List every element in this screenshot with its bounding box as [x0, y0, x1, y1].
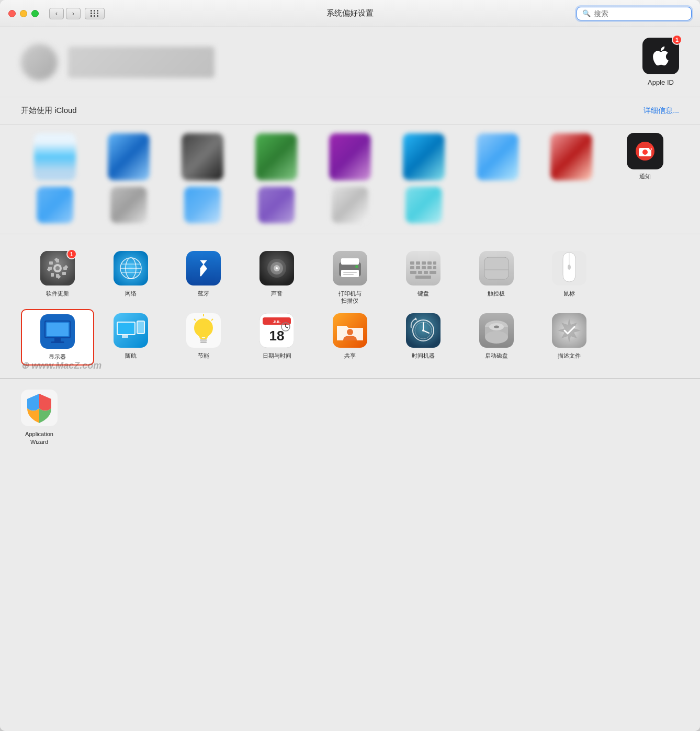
maximize-button[interactable] — [31, 10, 39, 17]
setting-software-update[interactable]: 1 软件更新 — [21, 247, 94, 309]
notification-app[interactable]: 1 通知 — [612, 133, 679, 180]
back-icon: ‹ — [55, 9, 58, 17]
profiles-icon — [552, 313, 586, 348]
svg-rect-41 — [422, 261, 426, 265]
icloud-section: 开始使用 iCloud 详细信息... — [0, 97, 700, 124]
icloud-app-3[interactable] — [168, 133, 236, 180]
settings-grid-row1: 1 软件更新 — [21, 247, 679, 309]
icloud-app-4[interactable] — [242, 133, 310, 180]
svg-rect-45 — [416, 266, 420, 269]
row2-empty — [606, 309, 679, 366]
apple-id-right: 1 Apple ID — [642, 38, 679, 86]
setting-network[interactable]: 网络 — [94, 247, 167, 309]
svg-rect-71 — [138, 322, 144, 333]
energy-label: 节能 — [198, 352, 209, 359]
svg-rect-44 — [410, 266, 414, 269]
network-icon — [114, 251, 148, 285]
icloud-detail-link[interactable]: 详细信息... — [643, 106, 679, 116]
svg-rect-50 — [418, 271, 422, 274]
empty-slot-3 — [612, 187, 679, 223]
svg-rect-53 — [415, 276, 431, 279]
svg-point-37 — [355, 265, 358, 268]
icloud-app-r2-3[interactable] — [168, 187, 236, 223]
setting-timemachine[interactable]: 时间机器 — [387, 309, 460, 366]
row1-empty — [606, 247, 679, 309]
setting-printer[interactable]: 打印机与 扫描仪 — [313, 247, 387, 309]
setting-energy[interactable]: 节能 — [167, 309, 241, 366]
svg-rect-51 — [424, 271, 428, 274]
user-info-blurred — [68, 47, 214, 78]
settings-grid-row2: 显示器 — [21, 309, 679, 366]
datetime-icon: JUL 18 — [259, 313, 294, 348]
timemachine-icon — [406, 313, 441, 348]
svg-rect-42 — [427, 261, 432, 265]
icloud-app-r2-4[interactable] — [242, 187, 310, 223]
setting-datetime[interactable]: JUL 18 日期与时间 — [240, 309, 313, 366]
svg-rect-33 — [341, 270, 359, 277]
energy-icon — [186, 313, 221, 348]
apple-id-section: ⊕ www.MacZ.com 1 Apple ID — [0, 27, 700, 97]
setting-sound[interactable]: 声音 — [240, 247, 313, 309]
app-wizard-item[interactable]: ApplicationWizard — [21, 390, 58, 447]
icloud-app-r2-2[interactable] — [95, 187, 162, 223]
software-update-icon: 1 — [40, 251, 75, 285]
forward-button[interactable]: › — [66, 8, 81, 19]
icloud-app-7[interactable] — [464, 133, 532, 180]
icloud-app-8[interactable] — [538, 133, 605, 180]
setting-sidecar[interactable]: 随航 — [94, 309, 167, 366]
software-update-label: 软件更新 — [46, 290, 69, 297]
setting-mouse[interactable]: 鼠标 — [533, 247, 606, 309]
icloud-app-2[interactable] — [95, 133, 162, 180]
icloud-apps-section: 1 通知 — [0, 124, 700, 234]
traffic-lights — [8, 10, 39, 17]
svg-rect-39 — [410, 261, 414, 265]
icloud-app-r2-6[interactable] — [390, 187, 458, 223]
setting-sharing[interactable]: 共享 — [313, 309, 387, 366]
notification-label: 通知 — [639, 173, 651, 180]
search-box[interactable]: 🔍 — [577, 7, 692, 20]
app-wizard-icon — [21, 390, 58, 426]
sidecar-label: 随航 — [125, 352, 137, 359]
apple-id-icon-wrap[interactable]: 1 — [642, 38, 679, 74]
svg-rect-47 — [427, 266, 432, 269]
icloud-app-r2-5[interactable] — [316, 187, 383, 223]
svg-rect-63 — [47, 323, 69, 336]
close-button[interactable] — [8, 10, 16, 17]
keyboard-label: 键盘 — [417, 290, 429, 297]
sound-icon — [259, 251, 294, 285]
network-label: 网络 — [125, 290, 137, 297]
titlebar: ‹ › 系统偏好设置 🔍 — [0, 0, 700, 27]
keyboard-icon — [406, 251, 441, 285]
setting-startup[interactable]: 启动磁盘 — [460, 309, 533, 366]
svg-rect-13 — [62, 272, 66, 275]
display-icon — [40, 314, 75, 349]
notification-icon: 1 — [635, 141, 656, 162]
forward-icon: › — [72, 9, 74, 17]
window-title: 系统偏好设置 — [326, 8, 374, 18]
svg-point-101 — [494, 325, 499, 328]
icloud-app-1[interactable] — [21, 133, 88, 180]
icloud-label: 开始使用 iCloud — [21, 106, 77, 116]
search-icon: 🔍 — [582, 9, 591, 17]
setting-display[interactable]: 显示器 — [21, 309, 94, 366]
search-input[interactable] — [594, 9, 686, 18]
svg-point-59 — [568, 265, 571, 270]
icloud-app-5[interactable] — [316, 133, 383, 180]
watermark: ⊕ www.MacZ.com — [21, 360, 101, 371]
svg-point-30 — [276, 267, 278, 269]
grid-view-button[interactable] — [85, 8, 105, 19]
minimize-button[interactable] — [20, 10, 27, 17]
icloud-apps-row2 — [21, 187, 679, 234]
setting-keyboard[interactable]: 键盘 — [387, 247, 460, 309]
svg-text:18: 18 — [269, 328, 285, 344]
icloud-app-6[interactable] — [390, 133, 458, 180]
setting-bluetooth[interactable]: 蓝牙 — [167, 247, 241, 309]
setting-trackpad[interactable]: 触控板 — [460, 247, 533, 309]
icloud-app-r2-1[interactable] — [21, 187, 88, 223]
back-button[interactable]: ‹ — [49, 8, 64, 19]
svg-point-2 — [642, 150, 648, 155]
empty-slot-2 — [538, 187, 605, 223]
setting-profiles[interactable]: 描述文件 — [533, 309, 606, 366]
svg-point-88 — [347, 329, 353, 335]
svg-rect-68 — [118, 323, 134, 334]
